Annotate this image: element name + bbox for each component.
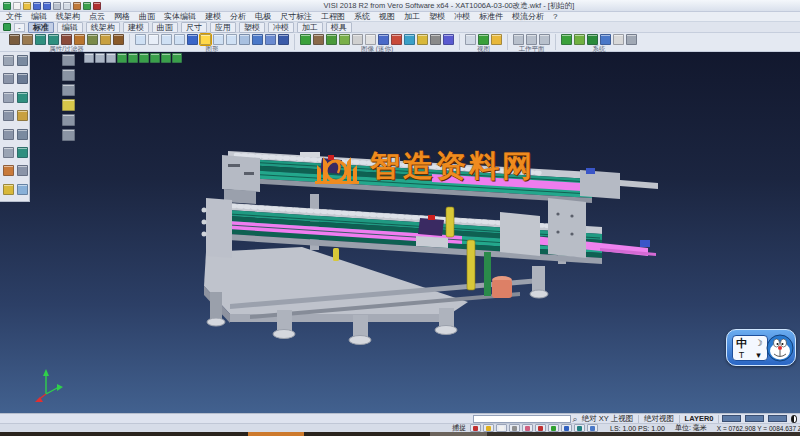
type-filter-icon[interactable]: [48, 34, 59, 45]
vehicle-icon[interactable]: [535, 424, 546, 432]
workplane-reset-icon[interactable]: [539, 34, 550, 45]
menu-item[interactable]: 模流分析: [512, 12, 544, 22]
dynamic-rotate-icon[interactable]: [174, 34, 185, 45]
visi-app-icon[interactable]: [3, 2, 11, 10]
system-globe-icon[interactable]: [587, 34, 598, 45]
record-icon[interactable]: [391, 34, 402, 45]
chamfer-icon[interactable]: [17, 129, 28, 140]
ribbon-tab-应用[interactable]: 应用: [210, 22, 236, 33]
right-view-icon[interactable]: [150, 53, 160, 63]
restore-window-icon[interactable]: [84, 53, 94, 63]
ime-menu-icon[interactable]: ▾: [756, 351, 761, 360]
menu-item[interactable]: 电极: [255, 12, 271, 22]
save-all-icon[interactable]: [43, 2, 51, 10]
ribbon-tab-线架构[interactable]: 线架构: [86, 22, 120, 33]
offset-icon[interactable]: [3, 147, 14, 158]
previous-view-icon[interactable]: [226, 34, 237, 45]
highlight-icon[interactable]: [483, 424, 494, 432]
view-mode-indicator[interactable]: 绝对视图: [642, 414, 676, 424]
plot-icon[interactable]: [73, 2, 81, 10]
grid-display-icon[interactable]: [430, 34, 441, 45]
new-file-icon[interactable]: [13, 2, 21, 10]
menu-item[interactable]: 建模: [205, 12, 221, 22]
ime-tool-icon[interactable]: T: [739, 351, 745, 360]
print-icon[interactable]: [53, 2, 61, 10]
dimension-icon[interactable]: [17, 165, 28, 176]
grid-snap-icon[interactable]: [587, 424, 598, 432]
ime-toolbar[interactable]: 中 ☽ T ▾: [726, 329, 796, 366]
menu-item[interactable]: 实体编辑: [164, 12, 196, 22]
new-window-icon[interactable]: [106, 53, 116, 63]
layer-filter-icon[interactable]: [22, 34, 33, 45]
contrast-toggle-icon[interactable]: [791, 415, 797, 423]
light-icon[interactable]: [339, 34, 350, 45]
menu-item[interactable]: 文件: [6, 12, 22, 22]
menu-item[interactable]: 标准件: [479, 12, 503, 22]
status-segment[interactable]: [722, 415, 741, 422]
open-file-icon[interactable]: [23, 2, 31, 10]
clip-plane-icon[interactable]: [265, 34, 276, 45]
ime-language-indicator[interactable]: 中: [736, 336, 747, 351]
status-segment[interactable]: [768, 415, 787, 422]
menu-item[interactable]: ?: [553, 12, 557, 22]
axis-display-icon[interactable]: [443, 34, 454, 45]
history-clock-icon[interactable]: [574, 424, 585, 432]
ribbon-tab-模具[interactable]: 模具: [326, 22, 352, 33]
menu-item[interactable]: 工程图: [321, 12, 345, 22]
bottom-view-icon[interactable]: [172, 53, 182, 63]
taskbar-active-app[interactable]: [248, 432, 304, 436]
back-view-icon[interactable]: [161, 53, 171, 63]
tile-windows-icon[interactable]: [95, 53, 105, 63]
front-view-icon[interactable]: [139, 53, 149, 63]
menu-item[interactable]: 分析: [230, 12, 246, 22]
view-sketch-icon[interactable]: [465, 34, 476, 45]
workplane-indicator[interactable]: 绝对 XY 上视图: [580, 414, 636, 424]
ribbon-tab-标准[interactable]: 标准: [28, 22, 54, 33]
3d-model-conveyor-assembly[interactable]: [0, 52, 800, 413]
visibility-filter-icon[interactable]: [61, 34, 72, 45]
texture-icon[interactable]: [326, 34, 337, 45]
menu-item[interactable]: 系统: [354, 12, 370, 22]
pattern-icon[interactable]: [17, 147, 28, 158]
ruler-icon[interactable]: [417, 34, 428, 45]
ribbon-tab-冲模[interactable]: 冲模: [268, 22, 294, 33]
ribbon-tab-塑模[interactable]: 塑模: [239, 22, 265, 33]
system-colors-icon[interactable]: [561, 34, 572, 45]
hidden-line-icon[interactable]: [161, 34, 172, 45]
menu-item[interactable]: 尺寸标注: [280, 12, 312, 22]
material-icon[interactable]: [313, 34, 324, 45]
pan-icon[interactable]: [213, 34, 224, 45]
active-layer-icon[interactable]: [62, 99, 75, 111]
zoom-extents-icon[interactable]: [200, 34, 211, 45]
status-segment[interactable]: [745, 415, 764, 422]
fillet-icon[interactable]: [3, 129, 14, 140]
file-icon[interactable]: [561, 424, 572, 432]
ribbon-tab-尺寸[interactable]: 尺寸: [181, 22, 207, 33]
layer-indicator[interactable]: LAYER0: [683, 414, 716, 423]
note-icon[interactable]: [3, 184, 14, 195]
edit-icon[interactable]: [496, 424, 507, 432]
search-input[interactable]: [473, 415, 571, 423]
menu-item[interactable]: 编辑: [31, 12, 47, 22]
ribbon-tab-编辑[interactable]: 编辑: [57, 22, 83, 33]
select-icon[interactable]: [3, 55, 14, 66]
highlight-filter-icon[interactable]: [100, 34, 111, 45]
redo-icon[interactable]: [93, 2, 101, 10]
entity-attributes-icon[interactable]: [9, 34, 20, 45]
menu-item[interactable]: 曲面: [139, 12, 155, 22]
ribbon-tab-曲面[interactable]: 曲面: [152, 22, 178, 33]
zoom-window-icon[interactable]: [187, 34, 198, 45]
lock-tool-icon[interactable]: [62, 114, 75, 126]
ribbon-tab-加工[interactable]: 加工: [297, 22, 323, 33]
iso-view-icon[interactable]: [117, 53, 127, 63]
save-icon[interactable]: [33, 2, 41, 10]
graphics-viewport[interactable]: 智造资料网 中 ☽ T ▾: [0, 52, 800, 413]
color-filter-icon[interactable]: [35, 34, 46, 45]
refresh-icon[interactable]: [252, 34, 263, 45]
reset-filter-icon[interactable]: [113, 34, 124, 45]
shadow-icon[interactable]: [352, 34, 363, 45]
snapshot-icon[interactable]: [378, 34, 389, 45]
mirror-icon[interactable]: [17, 92, 28, 103]
measure-icon[interactable]: [3, 165, 14, 176]
stereo-icon[interactable]: [404, 34, 415, 45]
